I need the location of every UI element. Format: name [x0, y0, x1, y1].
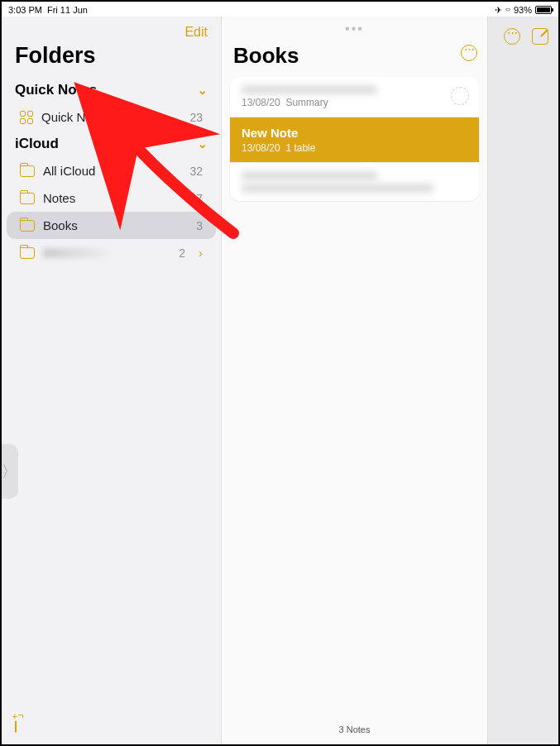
drag-handle-icon[interactable]: ••• — [222, 17, 487, 43]
folder-label: Notes — [43, 191, 75, 205]
folder-label: Quick Notes — [41, 110, 109, 124]
chevron-down-icon: ⌄ — [198, 84, 208, 97]
folder-count: 27 — [189, 192, 203, 205]
section-icloud[interactable]: iCloud ⌄ — [2, 131, 221, 157]
folder-redacted[interactable]: 2 › — [7, 239, 216, 266]
folder-count: 32 — [189, 165, 203, 178]
folder-books[interactable]: Books 3 — [7, 212, 216, 239]
sync-icon — [451, 87, 469, 105]
status-date: Fri 11 Jun — [47, 5, 88, 15]
folder-icon — [20, 193, 35, 204]
note-subtitle-redacted — [242, 184, 433, 193]
wifi-icon: ⌔ — [505, 6, 510, 15]
folder-notes[interactable]: Notes 27 — [7, 184, 216, 212]
battery-percent: 93% — [514, 5, 532, 15]
battery-icon — [535, 6, 552, 14]
section-quick-notes[interactable]: Quick Notes ⌄ — [2, 77, 221, 103]
folder-icon — [20, 247, 35, 259]
folder-all-icloud[interactable]: All iCloud 32 — [7, 157, 216, 184]
section-label: Quick Notes — [15, 82, 97, 98]
folder-icon — [20, 220, 35, 232]
notes-list-pane: ••• Books 13/08/20 Summary New Note 13/0… — [221, 17, 488, 744]
folder-count: 3 — [196, 219, 203, 232]
note-editor-pane — [488, 17, 558, 744]
folder-label: Books — [43, 218, 78, 232]
edit-button[interactable]: Edit — [184, 25, 208, 40]
note-subtitle: 13/08/20 1 table — [242, 142, 467, 154]
new-folder-button[interactable] — [15, 717, 17, 733]
list-title: Books — [222, 43, 487, 77]
folder-icon — [20, 165, 35, 177]
note-title: New Note — [242, 126, 467, 140]
note-subtitle: 13/08/20 Summary — [242, 97, 467, 108]
sidebar-title: Folders — [2, 43, 221, 77]
note-card[interactable] — [230, 162, 479, 201]
notes-count: 3 Notes — [222, 715, 487, 744]
folder-quick-notes[interactable]: Quick Notes 23 — [7, 103, 216, 131]
chevron-right-icon: › — [199, 246, 203, 260]
folder-label-redacted — [43, 248, 109, 258]
more-options-button[interactable] — [461, 45, 477, 61]
grid-icon — [20, 111, 33, 124]
status-bar: 3:03 PM Fri 11 Jun ✈ ⌔ 93% — [2, 2, 558, 17]
note-card[interactable]: 13/08/20 Summary — [230, 77, 479, 117]
folder-count: 2 — [179, 246, 185, 260]
airplane-icon: ✈ — [495, 5, 502, 16]
section-label: iCloud — [15, 136, 59, 152]
note-card-selected[interactable]: New Note 13/08/20 1 table — [230, 117, 479, 162]
note-title-redacted — [242, 171, 377, 180]
folder-count: 23 — [189, 111, 203, 124]
note-title-redacted — [242, 85, 377, 94]
sidebar-handle[interactable]: 〉 — [0, 444, 18, 499]
status-time: 3:03 PM — [8, 5, 42, 15]
folders-sidebar: Edit Folders Quick Notes ⌄ Quick Notes 2… — [2, 17, 221, 744]
share-options-button[interactable] — [504, 28, 520, 45]
folder-label: All iCloud — [43, 164, 95, 178]
compose-button[interactable] — [532, 28, 548, 45]
chevron-down-icon: ⌄ — [198, 137, 208, 151]
